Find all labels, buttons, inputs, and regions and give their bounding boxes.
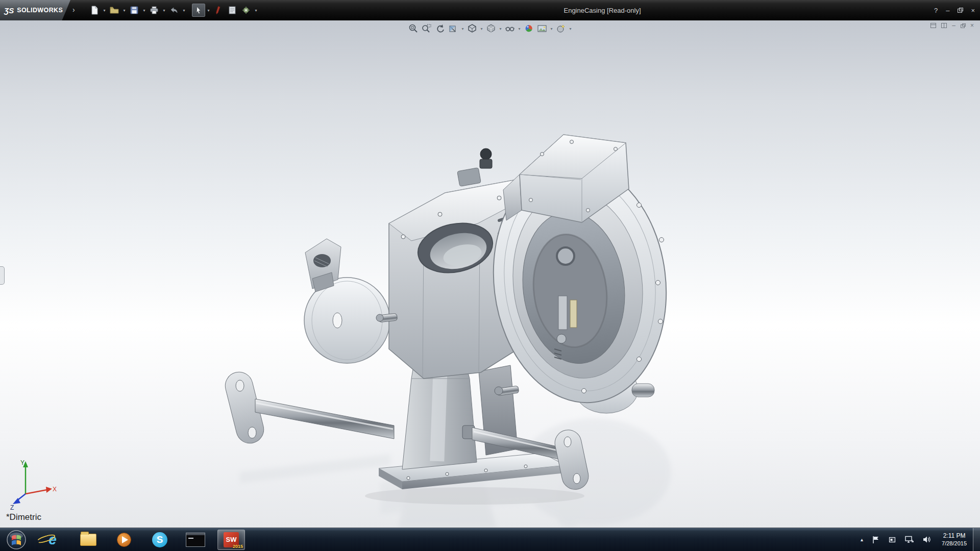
doc-restore-button[interactable] — [961, 23, 965, 28]
x-axis-arrow — [46, 487, 52, 493]
undo-icon — [169, 6, 179, 15]
apply-scene-icon — [537, 23, 547, 34]
new-dropdown-caret[interactable]: ▾ — [102, 8, 107, 13]
heads-up-toolbar: ▾ ▾ ▾ ▾ ▾ ▾ — [407, 22, 573, 35]
windows-explorer-button[interactable] — [75, 530, 102, 550]
windows-start-icon — [6, 530, 27, 550]
solidworks-year-badge: 2015 — [233, 544, 243, 549]
new-document-button[interactable] — [88, 4, 101, 17]
media-player-icon — [116, 532, 132, 547]
minimize-button[interactable]: – — [946, 7, 949, 14]
y-axis-label: Y — [20, 459, 24, 466]
view-settings-icon — [556, 23, 566, 34]
menu-expand-arrow[interactable]: › — [72, 6, 75, 14]
orientation-triad: Y X Z — [8, 458, 57, 512]
options-gear-icon — [241, 6, 251, 15]
view-orientation-icon — [467, 23, 477, 34]
select-button[interactable] — [192, 4, 205, 17]
taskbar: e S SW 2015 — [0, 528, 980, 551]
view-orientation-button[interactable] — [466, 22, 478, 35]
standard-toolbar: ▾ ▾ ▾ ▾ ▾ ▾ — [88, 3, 259, 17]
hide-show-glasses-icon — [505, 23, 515, 34]
action-center-flag-icon — [872, 536, 879, 544]
tile-horizontal-icon — [930, 23, 936, 28]
network-button[interactable] — [900, 528, 918, 551]
doc-close-button[interactable]: × — [970, 22, 974, 29]
open-dropdown-caret[interactable]: ▾ — [121, 8, 127, 13]
view-settings-button[interactable] — [555, 22, 567, 35]
section-view-icon — [448, 23, 458, 34]
internet-explorer-button[interactable]: e — [39, 530, 66, 550]
print-icon — [150, 6, 159, 15]
show-hidden-icons-button[interactable]: ▴ — [856, 528, 868, 551]
app-indicator-icon — [889, 536, 896, 543]
file-properties-button[interactable] — [226, 4, 239, 17]
save-icon — [130, 6, 139, 15]
show-desktop-button[interactable] — [973, 528, 980, 551]
graphics-viewport[interactable]: ▾ ▾ ▾ ▾ ▾ ▾ — [0, 20, 980, 528]
solidworks-taskbar-button[interactable]: SW 2015 — [217, 530, 245, 550]
open-button[interactable] — [108, 4, 121, 17]
action-center-button[interactable] — [868, 528, 884, 551]
display-style-button[interactable] — [485, 22, 497, 35]
previous-view-button[interactable] — [434, 22, 446, 35]
speaker-icon — [923, 536, 931, 543]
options-dropdown-caret[interactable]: ▾ — [253, 8, 259, 13]
tile-vertical-icon — [941, 23, 947, 28]
zoom-fit-button[interactable] — [407, 22, 420, 35]
start-button[interactable] — [5, 529, 28, 551]
system-tray: ▴ 2:11 PM 7/28/2015 — [856, 528, 980, 551]
view-orientation-caret[interactable]: ▾ — [479, 27, 484, 31]
save-button[interactable] — [128, 4, 141, 17]
open-folder-icon — [110, 6, 119, 15]
doc-tile-vertical-button[interactable] — [941, 23, 947, 28]
app-indicator-button[interactable] — [884, 528, 900, 551]
save-dropdown-caret[interactable]: ▾ — [141, 8, 147, 13]
internet-explorer-icon: e — [48, 533, 57, 547]
edit-appearance-button[interactable] — [523, 22, 535, 35]
doc-tile-horizontal-button[interactable] — [930, 23, 936, 28]
apply-scene-caret[interactable]: ▾ — [549, 27, 554, 31]
brand-text: SOLIDWORKS — [17, 7, 63, 14]
zoom-area-icon — [422, 23, 432, 34]
undo-button[interactable] — [167, 4, 181, 17]
help-button[interactable]: ? — [934, 7, 938, 14]
apply-scene-button[interactable] — [536, 22, 548, 35]
skype-icon: S — [152, 532, 167, 547]
section-view-button[interactable] — [447, 22, 459, 35]
restore-button[interactable] — [958, 8, 963, 13]
dassault-mark-icon: ƷS — [4, 6, 14, 15]
command-prompt-button[interactable] — [182, 530, 209, 550]
hide-show-caret[interactable]: ▾ — [517, 27, 522, 31]
select-dropdown-caret[interactable]: ▾ — [206, 8, 211, 13]
volume-button[interactable] — [918, 528, 936, 551]
solidworks-logo[interactable]: ƷS SOLIDWORKS — [0, 0, 70, 20]
clock-time: 2:11 PM — [942, 532, 967, 540]
print-button[interactable] — [148, 4, 161, 17]
undo-dropdown-caret[interactable]: ▾ — [181, 8, 187, 13]
sketch-pencil-icon — [214, 6, 223, 15]
edit-appearance-icon — [524, 23, 534, 34]
skype-button[interactable]: S — [146, 530, 174, 550]
doc-minimize-button[interactable]: – — [952, 22, 955, 29]
pinned-apps: e S SW 2015 — [39, 530, 245, 550]
hide-show-items-button[interactable] — [504, 22, 516, 35]
folder-icon — [80, 534, 96, 546]
clock[interactable]: 2:11 PM 7/28/2015 — [936, 528, 973, 551]
display-style-icon — [486, 23, 496, 34]
media-player-button[interactable] — [110, 530, 138, 550]
options-button[interactable] — [239, 4, 253, 17]
zoom-area-button[interactable] — [421, 22, 433, 35]
engine-casing-model — [0, 20, 980, 528]
x-axis-label: X — [53, 486, 57, 493]
document-title: EngineCasing [Read-only] — [564, 0, 641, 20]
section-view-caret[interactable]: ▾ — [460, 27, 465, 31]
sketch-button[interactable] — [212, 4, 225, 17]
clock-date: 7/28/2015 — [942, 540, 967, 547]
restore-icon — [958, 8, 963, 13]
print-dropdown-caret[interactable]: ▾ — [161, 8, 167, 13]
view-settings-caret[interactable]: ▾ — [568, 27, 573, 31]
display-style-caret[interactable]: ▾ — [498, 27, 503, 31]
close-button[interactable]: × — [971, 7, 975, 14]
task-pane-tab[interactable] — [0, 266, 5, 285]
